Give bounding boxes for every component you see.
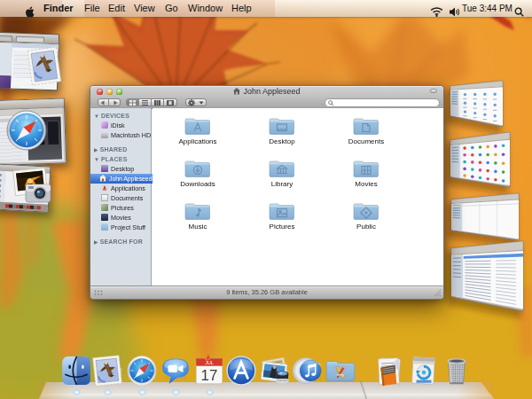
svg-text:17: 17	[201, 367, 218, 384]
svg-text:JUL: JUL	[205, 360, 213, 365]
